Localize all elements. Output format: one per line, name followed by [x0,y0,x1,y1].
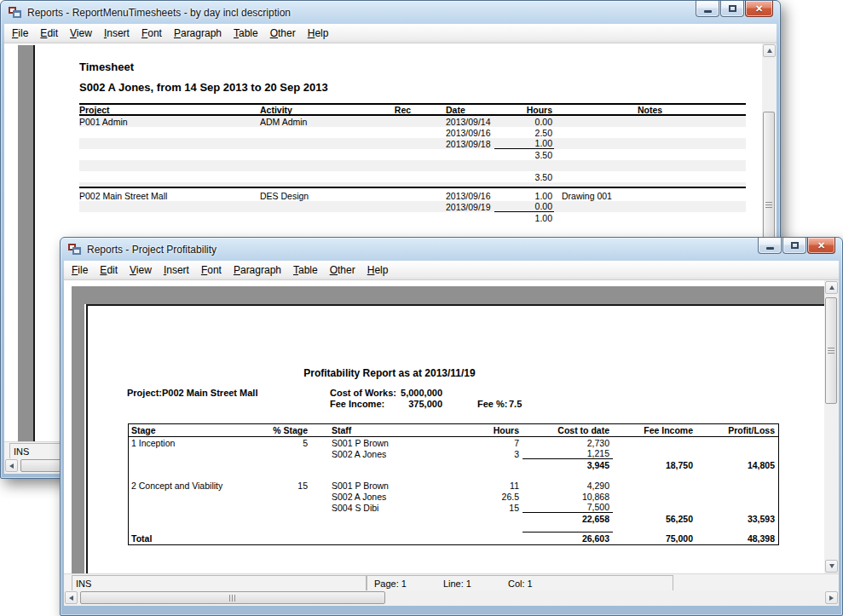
menu-table[interactable]: Table [228,25,264,42]
table-row: 1 Inception 5 S001 P Brown 7 2,730 [129,437,778,448]
close-button[interactable]: ✕ [807,238,835,254]
thumb-grip [229,595,236,602]
table-header: Stage % Stage Staff Hours Cost to date F… [129,424,778,437]
col-pct-stage: % Stage [263,425,308,435]
menu-insert[interactable]: Insert [98,25,136,42]
vertical-scrollbar[interactable] [824,280,839,573]
menu-insert[interactable]: Insert [158,262,195,279]
scroll-up-button[interactable] [825,281,838,294]
col-activity: Activity [260,105,384,115]
arrow-up-icon [829,285,834,290]
maximize-button[interactable] [782,238,806,254]
cost-of-works-value: 5,000,000 [369,388,442,398]
report-title: Profitability Report as at 2013/11/19 [176,367,603,379]
menu-help[interactable]: Help [302,25,335,42]
table-row: 2013/09/19 0.00 [79,201,746,212]
col-profit-loss: Profit/Loss [696,425,778,435]
scroll-left-button[interactable] [65,591,78,604]
col-indicator: Col: 1 [508,579,533,589]
table-row: S002 A Jones 26.5 10,868 [129,491,778,502]
menu-view[interactable]: View [64,25,98,42]
titlebar-timesheets[interactable]: Reports - ReportMenuTimesheets - by day … [1,1,780,24]
arrow-down-icon [829,564,834,568]
table-row-subtotal: 3.50 [79,149,746,160]
minimize-icon [704,10,712,13]
arrow-left-icon [69,596,73,601]
table-row-subtotal: 1.00 [79,212,746,223]
close-button[interactable]: ✕ [745,1,773,17]
position-panel: Page: 1 Line: 1 Col: 1 [367,575,673,590]
statusbar: INS Page: 1 Line: 1 Col: 1 [64,573,839,590]
scroll-right-button[interactable] [825,591,838,604]
menu-help[interactable]: Help [361,262,395,279]
titlebar-profitability[interactable]: Reports - Project Profitability ✕ [61,238,842,261]
table-row-subtotal: 22,658 56,250 33,593 [129,513,778,524]
page-margin-gray [18,45,33,441]
scroll-up-button[interactable] [763,44,776,57]
fee-pct-label: Fee %: [477,399,507,409]
scroll-down-button[interactable] [825,560,838,573]
table-row-total: Total 26,603 75,000 48,398 [129,533,778,544]
table-row: 2013/09/18 1.00 [79,138,746,149]
minimize-button[interactable] [696,1,719,17]
scroll-left-button[interactable] [5,459,18,472]
line-indicator: Line: 1 [443,579,471,589]
arrow-right-icon [829,596,834,601]
menu-view[interactable]: View [124,262,158,279]
horizontal-scrollbar[interactable] [64,590,839,606]
menubar: File Edit View Insert Font Paragraph Tab… [64,261,839,280]
menubar: File Edit View Insert Font Paragraph Tab… [4,24,777,43]
menu-table[interactable]: Table [287,262,324,279]
report-page: Profitability Report as at 2013/11/19 Pr… [86,304,824,573]
table-row: P001 Admin ADM Admin 2013/09/14 0.00 [79,116,746,127]
scroll-thumb[interactable] [825,297,837,404]
menu-paragraph[interactable]: Paragraph [228,262,287,279]
window-profitability: Reports - Project Profitability ✕ File E… [60,237,843,616]
thumb-grip [828,348,834,354]
menu-other[interactable]: Other [264,25,302,42]
col-stage: Stage [129,425,263,435]
project-label: Project: [127,388,162,398]
maximize-icon [729,5,736,12]
menu-edit[interactable]: Edit [94,262,124,279]
table-row-spacer [129,524,778,533]
page-left-edge [33,45,35,441]
menu-other[interactable]: Other [324,262,361,279]
col-hours: Hours [432,425,523,435]
window-title: Reports - ReportMenuTimesheets - by day … [27,7,291,19]
scroll-thumb[interactable] [80,591,385,604]
menu-font[interactable]: Font [136,25,168,42]
close-icon: ✕ [755,4,763,14]
table-row: P002 Main Street Mall DES Design 2013/09… [79,190,746,201]
timesheet-table: Project Activity Rec Date Hours Notes P0… [79,103,746,223]
menu-edit[interactable]: Edit [34,25,64,42]
menu-font[interactable]: Font [195,262,228,279]
table-header: Project Activity Rec Date Hours Notes [79,103,746,116]
app-icon [9,7,22,19]
col-notes: Notes [554,105,746,115]
ins-panel: INS [72,575,367,590]
close-icon: ✕ [817,241,825,250]
col-rec: Rec [384,105,422,115]
fee-pct-value: 7.5 [509,399,522,409]
table-row: S002 A Jones 3 1,215 [129,448,778,459]
col-hours: Hours [494,105,554,115]
table-row: S004 S Dibi 15 7,500 [129,502,778,513]
project-value: P002 Main Street Mall [162,388,258,398]
menu-file[interactable]: File [6,25,34,42]
ins-indicator: INS [76,579,91,589]
col-project: Project [79,105,260,115]
arrow-left-icon [9,463,14,469]
profitability-table: Stage % Stage Staff Hours Cost to date F… [128,423,779,545]
page-margin-gray [72,286,824,304]
group-separator [79,182,746,188]
menu-file[interactable]: File [66,262,94,279]
report-title: Timesheet [79,60,762,73]
thumb-grip [765,202,772,209]
minimize-button[interactable] [758,238,782,254]
maximize-icon [791,242,799,249]
maximize-button[interactable] [720,1,744,17]
table-row-subtotal: 3,945 18,750 14,805 [129,459,778,470]
col-staff: Staff [308,425,432,435]
menu-paragraph[interactable]: Paragraph [168,25,228,42]
